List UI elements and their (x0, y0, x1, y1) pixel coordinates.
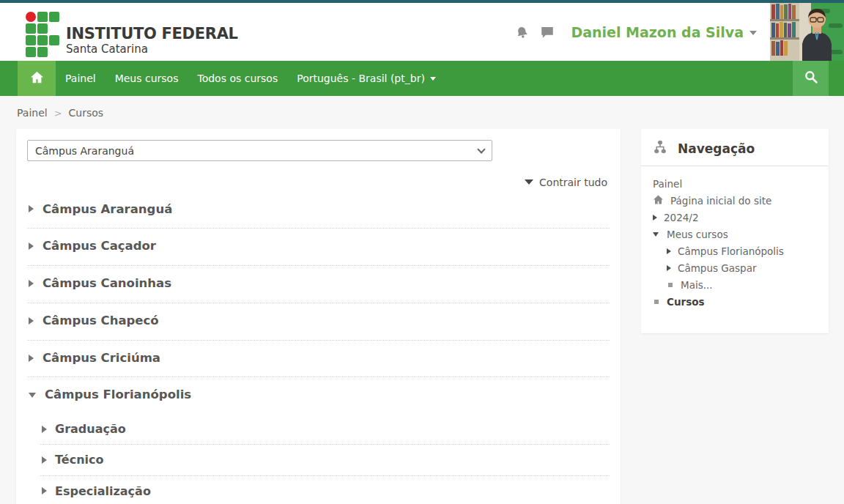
triangle-right-icon (29, 355, 34, 362)
home-icon (653, 195, 664, 207)
user-name: Daniel Mazon da Silva (571, 24, 744, 40)
subcategory-row-tecnico[interactable]: Técnico (40, 445, 610, 475)
campus-select[interactable]: Câmpus Araranguá (27, 140, 492, 161)
ifsc-logo-link[interactable]: INSTITUTO FEDERAL Santa Catarina (26, 10, 238, 57)
nav-tree-item-meus-cursos: Meus cursos (653, 226, 817, 242)
triangle-right-icon[interactable] (667, 265, 671, 271)
nav-item-language[interactable]: Português - Brasil (pt_br) (287, 61, 445, 96)
nav-tree-item-painel: Painel (653, 175, 817, 192)
breadcrumb-separator: > (54, 108, 62, 119)
nav-item-todos-os-cursos[interactable]: Todos os cursos (188, 61, 287, 96)
triangle-right-icon (29, 242, 34, 250)
main-navbar: Painel Meus cursos Todos os cursos Portu… (0, 61, 844, 96)
collapse-all-link[interactable]: Contrair tudo (525, 177, 607, 188)
nav-item-meus-cursos[interactable]: Meus cursos (106, 61, 188, 96)
breadcrumb-item-painel[interactable]: Painel (17, 107, 48, 119)
notifications-bell-icon[interactable] (511, 21, 532, 42)
square-bullet-icon (654, 300, 659, 304)
navigation-block: Navegação Painel Página inicial do site … (641, 129, 829, 333)
square-bullet-icon (668, 283, 673, 287)
nav-tree-item-cursos: Cursos (653, 293, 817, 310)
nav-item-painel[interactable]: Painel (56, 61, 106, 96)
triangle-right-icon (29, 317, 34, 325)
triangle-down-icon (525, 179, 533, 185)
home-icon (30, 71, 44, 86)
navigation-tree: Painel Página inicial do site 2024/2 Meu… (641, 166, 829, 310)
triangle-right-icon[interactable] (667, 248, 671, 254)
collapse-all-row: Contrair tudo (27, 174, 607, 188)
user-avatar[interactable] (770, 3, 844, 61)
triangle-right-icon (29, 205, 34, 212)
nav-tree-item-2024-2: 2024/2 (653, 209, 817, 226)
header-right: Daniel Mazon da Silva (513, 3, 844, 61)
subcategory-list: Graduação Técnico Especialização (40, 414, 610, 504)
category-row-canoinhas[interactable]: Câmpus Canoinhas (27, 266, 610, 303)
category-list: Câmpus Araranguá Câmpus Caçador Câmpus C… (27, 192, 610, 504)
category-row-florianopolis[interactable]: Câmpus Florianópolis (27, 377, 610, 414)
caret-down-icon (430, 77, 436, 81)
triangle-right-icon[interactable] (653, 215, 657, 220)
ifsc-logo-icon (26, 12, 59, 57)
navigation-title: Navegação (678, 141, 755, 156)
category-row-cacador[interactable]: Câmpus Caçador (27, 229, 610, 266)
triangle-right-icon (29, 280, 34, 287)
triangle-right-icon (42, 426, 47, 433)
triangle-right-icon (42, 456, 47, 464)
category-row-chapeco[interactable]: Câmpus Chapecó (27, 303, 610, 341)
subcategory-row-especializacao[interactable]: Especialização (40, 476, 610, 504)
logo-subtitle: Santa Catarina (66, 42, 238, 56)
nav-tree-item-pagina-inicial: Página inicial do site (653, 192, 817, 209)
caret-down-icon (749, 31, 757, 35)
nav-tree-item-mais: Mais... (653, 276, 817, 293)
nav-home-button[interactable] (18, 61, 56, 96)
campus-select-wrap: Câmpus Araranguá (27, 140, 492, 161)
site-header: INSTITUTO FEDERAL Santa Catarina Daniel … (0, 3, 844, 61)
breadcrumb-item-cursos[interactable]: Cursos (69, 107, 104, 119)
navigation-block-header: Navegação (641, 129, 829, 166)
nav-tree-item-campus-gaspar: Câmpus Gaspar (653, 259, 817, 276)
search-icon (804, 70, 818, 87)
nav-tree-item-campus-florianopolis: Câmpus Florianópolis (653, 242, 817, 259)
messages-chat-icon[interactable] (538, 23, 556, 41)
subcategory-row-graduacao[interactable]: Graduação (40, 414, 610, 445)
triangle-right-icon (42, 487, 47, 494)
breadcrumb: Painel > Cursos (17, 107, 103, 119)
logo-title: INSTITUTO FEDERAL (66, 26, 238, 42)
nav-search-button[interactable] (793, 61, 829, 96)
logo-text: INSTITUTO FEDERAL Santa Catarina (66, 10, 238, 56)
course-categories-panel: Câmpus Araranguá Contrair tudo Câmpus Ar… (16, 129, 621, 504)
category-row-criciuma[interactable]: Câmpus Criciúma (27, 341, 610, 378)
category-row-ararangua[interactable]: Câmpus Araranguá (27, 192, 610, 229)
triangle-down-icon[interactable] (653, 232, 659, 237)
sitemap-icon (653, 140, 667, 157)
user-menu[interactable]: Daniel Mazon da Silva (571, 24, 757, 40)
triangle-down-icon (29, 393, 36, 398)
